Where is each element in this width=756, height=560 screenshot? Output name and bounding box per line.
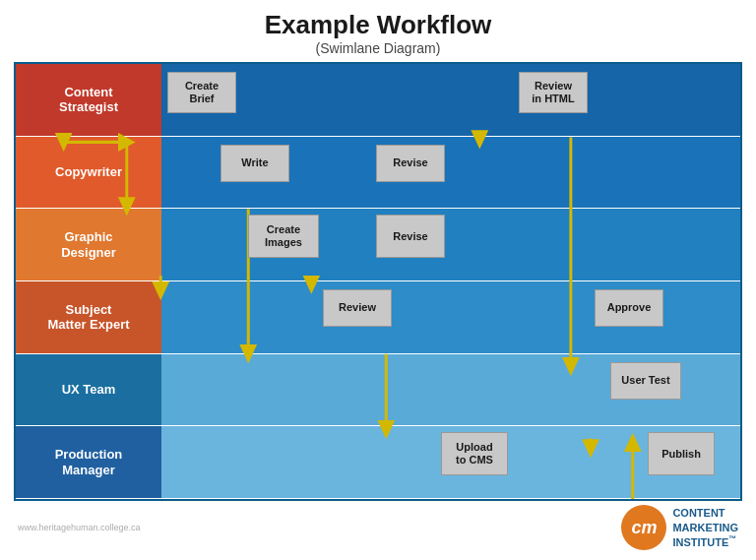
task-user-test: User Test	[610, 362, 681, 400]
cmi-circle-icon: cm	[621, 505, 666, 550]
footer-url: www.heritagehuman.college.ca	[18, 523, 141, 532]
lane-body-sme: Review Approve	[161, 281, 740, 353]
swimlane-sme: SubjectMatter Expert Review Approve	[16, 281, 740, 354]
lane-body-content-strategist: CreateBrief Reviewin HTML	[161, 64, 740, 136]
sub-title: (Swimlane Diagram)	[14, 40, 742, 56]
task-publish: Publish	[648, 432, 715, 475]
lane-label-ux: UX Team	[16, 354, 161, 426]
task-review-sme: Review	[323, 289, 392, 327]
swimlane-copywriter: Copywriter Write Revise	[16, 137, 740, 210]
swimlane-content-strategist: ContentStrategist CreateBrief Reviewin H…	[16, 64, 740, 137]
task-review-html: Reviewin HTML	[519, 72, 588, 113]
lane-body-copywriter: Write Revise	[161, 137, 740, 209]
lane-label-production: ProductionManager	[16, 426, 161, 498]
lane-body-production: Uploadto CMS Publish	[161, 426, 740, 498]
lane-label-sme: SubjectMatter Expert	[16, 281, 161, 353]
lane-label-graphic-designer: GraphicDesigner	[16, 209, 161, 280]
title-area: Example Workflow (Swimlane Diagram)	[14, 10, 742, 56]
page-container: Example Workflow (Swimlane Diagram) Cont…	[0, 0, 756, 560]
task-create-brief: CreateBrief	[167, 72, 236, 113]
cmi-text: CONTENTMARKETINGINSTITUTE™	[672, 506, 738, 549]
task-approve: Approve	[595, 289, 663, 327]
task-revise-gfx: Revise	[376, 215, 445, 258]
lane-label-copywriter: Copywriter	[16, 137, 161, 209]
task-write: Write	[220, 145, 289, 182]
swimlane-graphic-designer: GraphicDesigner CreateImages Revise	[16, 209, 740, 281]
task-create-images: CreateImages	[248, 215, 319, 258]
lane-body-ux: User Test	[161, 354, 740, 426]
lane-label-content-strategist: ContentStrategist	[16, 64, 161, 136]
task-revise-copy: Revise	[376, 145, 445, 182]
task-upload-cms: Uploadto CMS	[441, 432, 508, 475]
swimlane-ux: UX Team User Test	[16, 354, 740, 427]
cmi-logo: cm CONTENTMARKETINGINSTITUTE™	[621, 505, 738, 550]
main-title: Example Workflow	[14, 10, 742, 40]
swimlane-production: ProductionManager Uploadto CMS Publish	[16, 426, 740, 499]
footer: www.heritagehuman.college.ca cm CONTENTM…	[14, 505, 742, 550]
lane-body-graphic-designer: CreateImages Revise	[161, 209, 740, 280]
diagram-area: ContentStrategist CreateBrief Reviewin H…	[14, 62, 742, 501]
